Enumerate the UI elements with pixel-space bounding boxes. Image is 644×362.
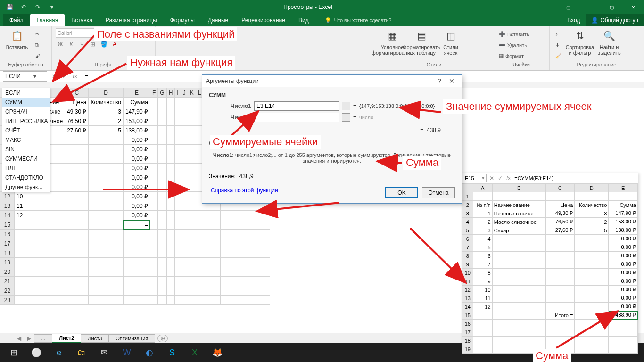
mail-icon[interactable]: ✉ bbox=[93, 343, 115, 362]
inset-accept-icon[interactable]: ✓ bbox=[496, 175, 504, 181]
cell-styles-button[interactable]: ◫ Стили ячеек bbox=[438, 28, 464, 62]
login-button[interactable]: Вход bbox=[561, 14, 586, 26]
tab-file[interactable]: Файл bbox=[3, 14, 30, 26]
edge-blue-icon[interactable]: ◐ bbox=[139, 343, 160, 362]
autosum-button[interactable]: Σ bbox=[553, 29, 564, 40]
explorer-icon[interactable]: 🗂 bbox=[71, 343, 92, 362]
inset-name-box[interactable]: E15▾ bbox=[463, 174, 487, 182]
func-item-max[interactable]: МАКС bbox=[2, 135, 50, 145]
sort-filter-button[interactable]: ⇅ Сортировка и фильтр bbox=[567, 28, 593, 62]
func-item-stdev[interactable]: СТАНДОТКЛО bbox=[2, 173, 50, 182]
ribbon-options-icon[interactable]: ▢ bbox=[557, 0, 579, 14]
share-button[interactable]: 👤 Общий доступ bbox=[586, 14, 644, 26]
func-item-pmt[interactable]: ПЛТ bbox=[2, 164, 50, 173]
skype-icon[interactable]: S bbox=[161, 343, 183, 362]
person-icon: 👤 bbox=[591, 17, 598, 24]
name-box[interactable]: ЕСЛИ ▾ bbox=[3, 71, 47, 82]
func-item-if[interactable]: ЕСЛИ bbox=[2, 88, 50, 98]
find-select-button[interactable]: 🔍 Найти и выделить bbox=[596, 28, 622, 62]
tell-me[interactable]: 💡 Что вы хотите сделать? bbox=[315, 14, 392, 26]
sheet-tab-2[interactable]: Лист2 bbox=[52, 334, 81, 343]
inset-name-value: E15 bbox=[465, 175, 474, 181]
sigma-icon: Σ bbox=[555, 32, 559, 37]
close-button[interactable]: ✕ bbox=[622, 0, 644, 14]
search-icon[interactable]: ⚪ bbox=[25, 343, 47, 362]
ok-button[interactable]: OK bbox=[385, 187, 418, 198]
arg2-range-picker-icon[interactable] bbox=[342, 113, 350, 122]
accept-formula-icon[interactable]: ✓ bbox=[60, 73, 69, 80]
sort-label: Сортировка и фильтр bbox=[566, 44, 594, 56]
bold-button[interactable]: Ж bbox=[56, 40, 65, 49]
func-item-average[interactable]: СРЗНАЧ bbox=[2, 107, 50, 116]
word-icon[interactable]: W bbox=[116, 343, 138, 362]
fx-icon[interactable]: fx bbox=[71, 73, 79, 80]
sheet-next-icon[interactable]: ▶ bbox=[24, 335, 34, 342]
arg2-eq: = bbox=[353, 114, 356, 121]
format-painter-button[interactable]: 🖌 bbox=[33, 51, 42, 61]
arg1-label: Число1 bbox=[209, 103, 251, 109]
excel-icon[interactable]: X bbox=[184, 343, 206, 362]
annot-1: Поле с названиями функций bbox=[94, 27, 237, 41]
insert-label: Вставить bbox=[507, 32, 529, 37]
group-styles-label: Стили bbox=[379, 62, 489, 70]
underline-button[interactable]: Ч bbox=[77, 40, 87, 49]
sheet-tab-3[interactable]: Лист3 bbox=[81, 334, 109, 343]
fill-button[interactable]: ⬇ bbox=[553, 40, 564, 50]
inset-fx-icon[interactable]: fx bbox=[504, 175, 512, 181]
paste-button[interactable]: 📋 Вставить bbox=[4, 28, 30, 62]
func-item-sum[interactable]: СУММ bbox=[2, 98, 50, 107]
save-icon[interactable]: 💾 bbox=[3, 0, 16, 14]
start-button[interactable]: ⊞ bbox=[3, 343, 25, 362]
format-as-table-button[interactable]: ▤ Форматировать как таблицу bbox=[408, 28, 435, 62]
inset-formula-input[interactable] bbox=[512, 175, 638, 181]
dialog-help-link[interactable]: Справка по этой функции bbox=[211, 187, 278, 194]
func-item-hyperlink[interactable]: ГИПЕРССЫЛКА bbox=[2, 116, 50, 126]
conditional-format-button[interactable]: ▦ Условное форматирование bbox=[379, 28, 405, 62]
clear-button[interactable]: 🧹 bbox=[553, 51, 564, 61]
add-sheet-button[interactable]: ⊕ bbox=[157, 335, 168, 342]
copy-button[interactable]: ⧉ bbox=[33, 40, 42, 50]
inset-cancel-icon[interactable]: ✕ bbox=[487, 175, 496, 181]
sheet-tab-more[interactable]: ... bbox=[34, 334, 52, 343]
cancel-button[interactable]: Отмена bbox=[422, 187, 455, 198]
name-box-dropdown-icon[interactable]: ▾ bbox=[25, 73, 45, 80]
tab-review[interactable]: Рецензирование bbox=[235, 14, 292, 26]
func-item-count[interactable]: СЧЁТ bbox=[2, 126, 50, 135]
func-item-sumif[interactable]: СУММЕСЛИ bbox=[2, 154, 50, 164]
sheet-prev-icon[interactable]: ◀ bbox=[14, 335, 24, 342]
format-icon: ▦ bbox=[499, 53, 504, 59]
tab-insert[interactable]: Вставка bbox=[65, 14, 99, 26]
cut-button[interactable]: ✂ bbox=[33, 29, 42, 40]
arg1-range-picker-icon[interactable] bbox=[342, 102, 350, 110]
insert-cells-button[interactable]: ➕Вставить bbox=[497, 29, 531, 40]
arg2-label: Число2 bbox=[209, 114, 251, 121]
sheet-tab-optim[interactable]: Оптимизация bbox=[108, 334, 155, 343]
redo-icon[interactable]: ↷ bbox=[31, 0, 44, 14]
func-item-more[interactable]: Другие функ... bbox=[2, 182, 50, 192]
func-item-sin[interactable]: SIN bbox=[2, 145, 50, 154]
undo-icon[interactable]: ↶ bbox=[17, 0, 30, 14]
annot-4: Значение суммируемых ячеек bbox=[443, 99, 594, 114]
delete-cells-button[interactable]: ➖Удалить bbox=[497, 40, 531, 50]
edge-icon[interactable]: e bbox=[48, 343, 70, 362]
minimize-button[interactable]: — bbox=[579, 0, 601, 14]
arg2-input[interactable] bbox=[254, 113, 339, 122]
tab-home[interactable]: Главная bbox=[30, 14, 65, 26]
firefox-icon[interactable]: 🦊 bbox=[206, 343, 228, 362]
arg1-input[interactable] bbox=[254, 101, 339, 111]
italic-button[interactable]: К bbox=[66, 40, 76, 49]
restore-button[interactable]: ▢ bbox=[601, 0, 622, 14]
copy-icon: ⧉ bbox=[35, 42, 39, 48]
tab-page-layout[interactable]: Разметка страницы bbox=[99, 14, 164, 26]
dialog-close-icon[interactable]: ✕ bbox=[446, 77, 458, 85]
clipboard-icon: 📋 bbox=[9, 28, 25, 43]
dialog-help-icon[interactable]: ? bbox=[433, 77, 446, 85]
dialog-func-name: СУММ bbox=[209, 92, 455, 101]
titlebar: 💾 ↶ ↷ ▾ Просмотры - Excel ▢ — ▢ ✕ bbox=[0, 0, 644, 14]
tab-data[interactable]: Данные bbox=[201, 14, 235, 26]
tab-formulas[interactable]: Формулы bbox=[164, 14, 201, 26]
cancel-formula-icon[interactable]: ✕ bbox=[50, 73, 58, 80]
tab-view[interactable]: Вид bbox=[292, 14, 315, 26]
qat-dropdown-icon[interactable]: ▾ bbox=[45, 0, 58, 14]
format-cells-button[interactable]: ▦Формат bbox=[497, 51, 531, 61]
